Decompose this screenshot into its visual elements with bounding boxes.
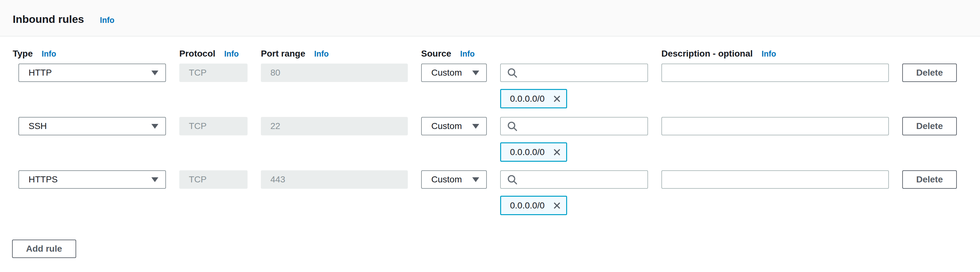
inbound-rules-editor: Type Info Protocol Info Port range Info … [0, 49, 980, 258]
column-header-type: Type Info [13, 49, 160, 59]
dismiss-icon[interactable] [552, 94, 562, 104]
type-select-value: HTTP [29, 68, 52, 78]
source-token-value: 0.0.0.0/0 [510, 200, 544, 211]
description-input[interactable] [661, 64, 889, 82]
type-select[interactable]: HTTP [18, 64, 166, 82]
caret-down-icon [472, 124, 479, 129]
type-select-value: HTTPS [29, 174, 58, 185]
source-search-input[interactable] [500, 117, 648, 135]
inbound-rule-row: HTTP TCP 80 Custom Delete 0.0.0.0/0 [18, 64, 980, 108]
source-search-input[interactable] [500, 64, 648, 82]
source-type-select-value: Custom [431, 174, 462, 185]
column-header-port-range: Port range Info [261, 49, 408, 59]
source-column-label: Source [421, 49, 451, 59]
protocol-field: TCP [179, 170, 248, 189]
column-header-description: Description - optional Info [661, 49, 889, 59]
source-search [500, 170, 648, 189]
source-token: 0.0.0.0/0 [500, 142, 567, 162]
add-rule-button[interactable]: Add rule [12, 240, 76, 258]
type-select[interactable]: HTTPS [18, 170, 166, 189]
source-token-value: 0.0.0.0/0 [510, 147, 544, 157]
protocol-field-value: TCP [189, 68, 207, 78]
inbound-rules-header: Inbound rules Info [0, 0, 980, 37]
port-range-column-label: Port range [261, 49, 305, 59]
port-range-info-link[interactable]: Info [314, 49, 329, 58]
protocol-field: TCP [179, 117, 248, 135]
protocol-field-value: TCP [189, 121, 207, 131]
source-type-select[interactable]: Custom [421, 64, 487, 82]
source-type-select[interactable]: Custom [421, 170, 487, 189]
port-range-field: 443 [261, 170, 408, 189]
delete-rule-button[interactable]: Delete [902, 117, 957, 135]
protocol-field-value: TCP [189, 174, 207, 185]
source-search-input[interactable] [500, 170, 648, 189]
description-info-link[interactable]: Info [762, 49, 776, 58]
delete-rule-button[interactable]: Delete [902, 170, 957, 189]
type-info-link[interactable]: Info [41, 49, 56, 58]
section-title: Inbound rules [13, 13, 84, 25]
port-range-field: 22 [261, 117, 408, 135]
inbound-rule-row: HTTPS TCP 443 Custom Delete 0.0.0.0/0 [18, 170, 980, 215]
caret-down-icon [151, 70, 158, 75]
source-token-value: 0.0.0.0/0 [510, 94, 544, 104]
column-header-protocol: Protocol Info [179, 49, 248, 59]
port-range-field-value: 443 [270, 174, 285, 185]
source-info-link[interactable]: Info [460, 49, 475, 58]
source-type-select-value: Custom [431, 68, 462, 78]
source-type-select[interactable]: Custom [421, 117, 487, 135]
source-token: 0.0.0.0/0 [500, 89, 567, 108]
column-header-source: Source Info [421, 49, 487, 59]
source-token-cell: 0.0.0.0/0 [500, 196, 567, 215]
source-search [500, 64, 648, 82]
dismiss-icon[interactable] [552, 147, 562, 157]
source-token-cell: 0.0.0.0/0 [500, 89, 567, 108]
description-input[interactable] [661, 170, 889, 189]
description-column-label: Description - optional [661, 49, 753, 59]
port-range-field-value: 80 [270, 68, 280, 78]
caret-down-icon [151, 177, 158, 182]
protocol-column-label: Protocol [179, 49, 215, 59]
source-search [500, 117, 648, 135]
protocol-info-link[interactable]: Info [224, 49, 239, 58]
delete-rule-button[interactable]: Delete [902, 64, 957, 82]
protocol-field: TCP [179, 64, 248, 82]
caret-down-icon [151, 124, 158, 129]
port-range-field-value: 22 [270, 121, 280, 131]
source-type-select-value: Custom [431, 121, 462, 131]
inbound-rule-row: SSH TCP 22 Custom Delete 0.0.0.0/0 [18, 117, 980, 162]
source-token: 0.0.0.0/0 [500, 196, 567, 215]
section-info-link[interactable]: Info [100, 16, 115, 25]
source-token-cell: 0.0.0.0/0 [500, 142, 567, 162]
dismiss-icon[interactable] [552, 201, 562, 210]
description-input[interactable] [661, 117, 889, 135]
caret-down-icon [472, 177, 479, 182]
type-select[interactable]: SSH [18, 117, 166, 135]
port-range-field: 80 [261, 64, 408, 82]
caret-down-icon [472, 70, 479, 75]
column-headers-row: Type Info Protocol Info Port range Info … [18, 49, 980, 59]
type-select-value: SSH [29, 121, 47, 131]
type-column-label: Type [13, 49, 33, 59]
